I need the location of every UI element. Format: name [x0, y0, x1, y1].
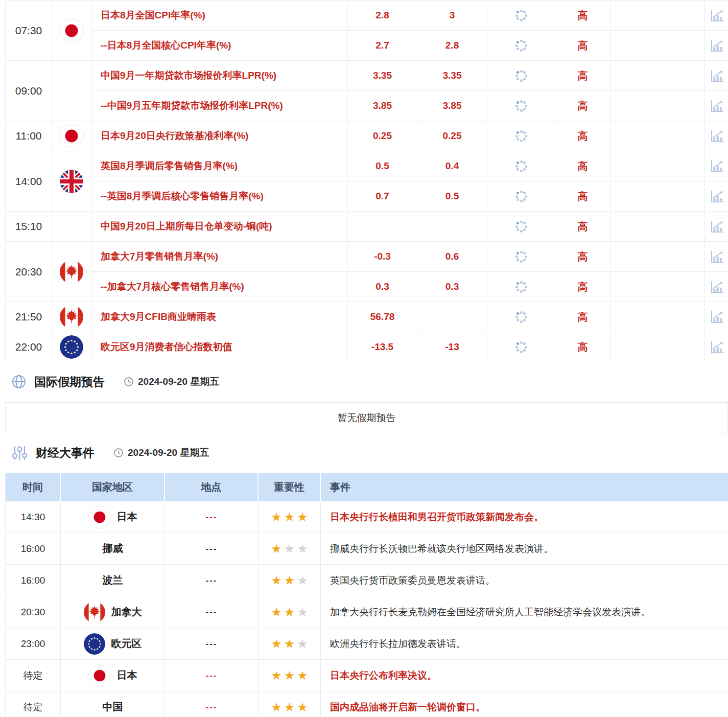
indicator-name[interactable]: --中国9月五年期贷款市场报价利率LPR(%)	[91, 91, 348, 121]
events-section-heading: 财经大事件 2024-09-20 星期五	[5, 444, 728, 462]
canada-flag-icon	[60, 260, 83, 284]
indicator-name[interactable]: 日本9月20日央行政策基准利率(%)	[91, 121, 348, 151]
indicator-name[interactable]: 日本8月全国CPI年率(%)	[91, 1, 348, 30]
column-header: 国家地区	[61, 473, 165, 501]
event-importance-cell: ★★★	[259, 596, 321, 628]
star-icon: ★	[284, 605, 295, 619]
actual-value-cell	[487, 91, 555, 121]
chart-cell	[705, 302, 728, 332]
loading-spinner-icon	[514, 250, 528, 263]
star-icon: ★	[297, 637, 308, 651]
event-time-cell: 14:30	[6, 501, 61, 533]
event-importance-cell: ★★★	[259, 501, 321, 533]
economic-row-group: 21:50加拿大9月CFIB商业晴雨表56.78高	[6, 302, 728, 332]
previous-value-cell: 0.7	[348, 181, 417, 211]
event-row: 待定中国---★★★国内成品油将开启新一轮调价窗口。	[6, 691, 728, 717]
column-header: 时间	[6, 473, 61, 501]
indicator-name[interactable]: 英国8月季调后零售销售月率(%)	[91, 151, 348, 181]
previous-value-cell: 56.78	[348, 302, 417, 332]
chart-icon[interactable]	[708, 338, 725, 356]
extra-cell	[610, 1, 705, 30]
previous-value-cell: -13.5	[348, 332, 417, 362]
economic-row-group: 15:10中国9月20日上期所每日仓单变动-铜(吨)高	[6, 212, 728, 242]
star-icon: ★	[284, 542, 295, 556]
indicator-name[interactable]: 加拿大9月CFIB商业晴雨表	[91, 302, 348, 332]
star-icon: ★	[271, 573, 282, 587]
event-row: 待定日本---★★★日本央行公布利率决议。	[6, 660, 728, 691]
importance-stars: ★★★	[270, 700, 309, 714]
chart-icon[interactable]	[708, 278, 725, 295]
holiday-date: 2024-09-20 星期五	[124, 375, 219, 388]
loading-spinner-icon	[514, 39, 528, 52]
time-cell: 14:00	[6, 151, 52, 211]
actual-value-cell	[487, 212, 555, 241]
previous-value-cell: 2.7	[348, 31, 417, 60]
actual-value-cell	[487, 151, 555, 181]
star-icon: ★	[284, 700, 295, 714]
event-country-cell: 欧元区	[61, 628, 165, 659]
event-text-cell: 挪威央行行长沃顿巴希就该央行地区网络发表演讲。	[321, 533, 728, 564]
forecast-value-cell: 0.3	[417, 272, 487, 302]
extra-cell	[610, 332, 705, 362]
flag-cell	[52, 242, 91, 302]
star-icon: ★	[284, 668, 295, 682]
chart-icon[interactable]	[708, 7, 725, 24]
indicator-name[interactable]: 加拿大7月零售销售月率(%)	[91, 242, 348, 271]
indicator-row: --中国9月五年期贷款市场报价利率LPR(%)3.853.85高	[91, 90, 728, 121]
holiday-section-title: 国际假期预告	[34, 374, 105, 390]
economic-row-group: 09:00中国9月一年期贷款市场报价利率LPR(%)3.353.35高--中国9…	[6, 61, 728, 121]
forecast-value-cell: 3	[417, 1, 487, 30]
indicator-name[interactable]: 欧元区9月消费者信心指数初值	[91, 332, 348, 362]
previous-value-cell: 0.25	[348, 121, 417, 151]
chart-icon[interactable]	[708, 37, 725, 54]
chart-icon[interactable]	[708, 308, 725, 326]
country-name: 中国	[103, 700, 123, 714]
flag-cell	[52, 302, 91, 332]
loading-spinner-icon	[514, 190, 528, 203]
chart-icon[interactable]	[708, 67, 725, 84]
holiday-empty-box: 暂无假期预告	[5, 402, 728, 433]
event-row: 23:00欧元区---★★★欧洲央行行长拉加德发表讲话。	[6, 628, 728, 660]
globe-icon	[11, 374, 27, 389]
indicator-name[interactable]: --英国8月季调后核心零售销售月率(%)	[91, 181, 348, 211]
loading-spinner-icon	[514, 159, 528, 173]
time-cell: 09:00	[6, 61, 52, 121]
importance-cell: 高	[555, 121, 610, 151]
chart-cell	[705, 31, 728, 60]
indicator-row: 日本8月全国CPI年率(%)2.83高	[91, 1, 728, 30]
chart-icon[interactable]	[708, 248, 725, 265]
column-header: 事件	[321, 473, 728, 501]
indicator-name[interactable]: 中国9月20日上期所每日仓单变动-铜(吨)	[91, 212, 348, 241]
forecast-value-cell	[417, 212, 487, 241]
canada-flag-icon	[60, 305, 83, 329]
events-table-header: 时间国家地区地点重要性事件	[6, 473, 728, 501]
chart-icon[interactable]	[708, 97, 725, 114]
indicator-name[interactable]: 中国9月一年期贷款市场报价利率LPR(%)	[91, 61, 348, 90]
indicator-row: 英国8月季调后零售销售月率(%)0.50.4高	[91, 151, 728, 181]
event-text-cell: 日本央行公布利率决议。	[321, 660, 728, 691]
chart-icon[interactable]	[708, 188, 725, 205]
chart-icon[interactable]	[708, 218, 725, 235]
event-row: 20:30加拿大---★★★加拿大央行行长麦克勒姆在全国经济研究所人工智能经济学…	[6, 596, 728, 628]
previous-value-cell	[348, 212, 417, 241]
importance-cell: 高	[555, 91, 610, 121]
star-icon: ★	[297, 573, 308, 587]
event-time-cell: 待定	[6, 660, 61, 691]
chart-icon[interactable]	[708, 127, 725, 145]
chart-cell	[705, 151, 728, 181]
indicator-name[interactable]: --加拿大7月核心零售销售月率(%)	[91, 272, 348, 302]
extra-cell	[610, 151, 705, 181]
indicator-name[interactable]: --日本8月全国核心CPI年率(%)	[91, 31, 348, 60]
event-text-cell: 国内成品油将开启新一轮调价窗口。	[321, 691, 728, 717]
chart-icon[interactable]	[708, 157, 725, 175]
actual-value-cell	[487, 181, 555, 211]
importance-stars: ★★★	[270, 573, 309, 588]
previous-value-cell: 0.3	[348, 272, 417, 302]
economic-row-group: 22:00欧元区9月消费者信心指数初值-13.5-13高	[6, 332, 728, 362]
loading-spinner-icon	[514, 220, 528, 233]
forecast-value-cell: 0.25	[417, 121, 487, 151]
event-importance-cell: ★★★	[259, 533, 321, 564]
star-icon: ★	[297, 542, 308, 556]
event-location-cell: ---	[165, 501, 259, 533]
forecast-value-cell	[417, 302, 487, 332]
